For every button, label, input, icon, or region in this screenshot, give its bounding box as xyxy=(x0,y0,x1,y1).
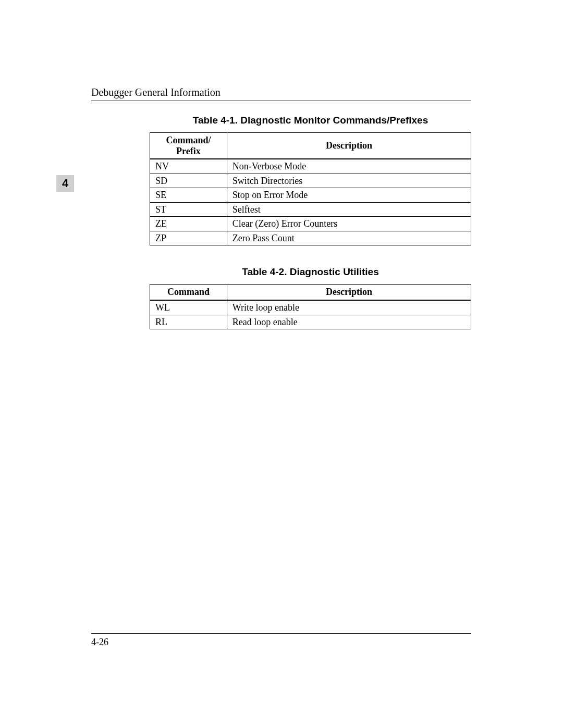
table1-desc: Selftest xyxy=(227,202,471,217)
table-row: SD Switch Directories xyxy=(150,174,471,188)
table2: Command Description WL Write loop enable… xyxy=(150,284,471,329)
table2-desc: Write loop enable xyxy=(227,300,471,315)
header-rule xyxy=(91,101,471,101)
table1-desc: Zero Pass Count xyxy=(227,231,471,245)
table1-desc: Stop on Error Mode xyxy=(227,188,471,203)
content-area: Table 4-1. Diagnostic Monitor Commands/P… xyxy=(150,115,471,329)
table1-desc: Non-Verbose Mode xyxy=(227,159,471,174)
table-row: RL Read loop enable xyxy=(150,315,471,329)
table-row: NV Non-Verbose Mode xyxy=(150,159,471,174)
chapter-tab: 4 xyxy=(56,175,74,192)
table1-header-row: Command/ Prefix Description xyxy=(150,133,471,159)
table2-caption: Table 4-2. Diagnostic Utilities xyxy=(150,266,471,278)
table1-cmd: SD xyxy=(150,174,227,188)
page-number: 4-26 xyxy=(91,637,471,648)
table2-col2-header: Description xyxy=(227,285,471,300)
table1-desc: Switch Directories xyxy=(227,174,471,188)
table-row: SE Stop on Error Mode xyxy=(150,188,471,203)
table2-col1-header: Command xyxy=(150,285,227,300)
table1-desc: Clear (Zero) Error Counters xyxy=(227,217,471,231)
table1-caption: Table 4-1. Diagnostic Monitor Commands/P… xyxy=(150,115,471,126)
page: Debugger General Information 4 Table 4-1… xyxy=(0,0,563,728)
table2-cmd: WL xyxy=(150,300,227,315)
table-row: ZE Clear (Zero) Error Counters xyxy=(150,217,471,231)
table1: Command/ Prefix Description NV Non-Verbo… xyxy=(150,132,471,245)
table1-cmd: NV xyxy=(150,159,227,174)
table-row: ZP Zero Pass Count xyxy=(150,231,471,245)
table1-cmd: ST xyxy=(150,202,227,217)
table1-cmd: ZP xyxy=(150,231,227,245)
table1-col1-header-line1: Command/ xyxy=(166,135,211,145)
table-row: ST Selftest xyxy=(150,202,471,217)
table2-header-row: Command Description xyxy=(150,285,471,300)
table1-col1-header-line2: Prefix xyxy=(176,146,201,156)
footer-rule xyxy=(91,633,471,634)
running-head: Debugger General Information xyxy=(91,87,471,98)
table1-col2-header: Description xyxy=(227,133,471,159)
table1-col1-header: Command/ Prefix xyxy=(150,133,227,159)
page-header: Debugger General Information xyxy=(91,87,471,101)
table2-desc: Read loop enable xyxy=(227,315,471,329)
table-row: WL Write loop enable xyxy=(150,300,471,315)
table1-cmd: ZE xyxy=(150,217,227,231)
table2-cmd: RL xyxy=(150,315,227,329)
table1-cmd: SE xyxy=(150,188,227,203)
page-footer: 4-26 xyxy=(91,633,471,648)
